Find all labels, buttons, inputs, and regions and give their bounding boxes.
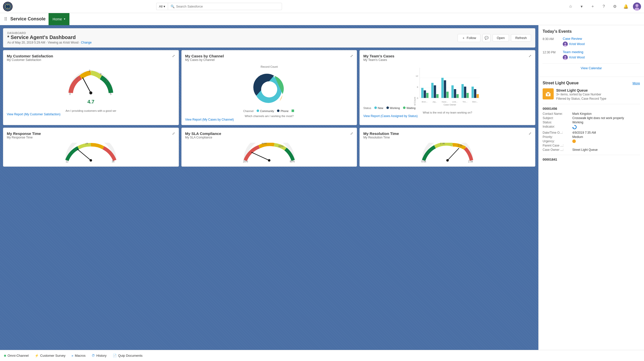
teams-cases-header: My Team's Cases My Team's Cases ⤢ xyxy=(363,54,532,64)
queue-more-link[interactable]: More xyxy=(632,81,640,85)
resolution-time-expand-icon[interactable]: ⤢ xyxy=(529,131,532,135)
quip-icon: 📄 xyxy=(113,354,117,357)
satisfaction-report-link[interactable]: View Report (My Customer Satisfaction) xyxy=(7,113,60,116)
svg-point-68 xyxy=(565,56,566,58)
cases-channel-subtitle: My Cases by Channel xyxy=(185,58,224,62)
svg-text:60%: 60% xyxy=(278,145,284,148)
cases-channel-legend: Channel Community Phone xyxy=(185,110,353,113)
omni-channel-item[interactable]: Omni-Channel xyxy=(4,354,29,357)
home-tab-label: Home xyxy=(53,17,62,21)
macros-icon: » xyxy=(71,354,73,357)
teams-cases-expand-icon[interactable]: ⤢ xyxy=(529,54,532,58)
cases-channel-expand-icon[interactable]: ⤢ xyxy=(350,54,353,58)
svg-rect-30 xyxy=(447,92,449,98)
teams-cases-title: My Team's Cases xyxy=(363,54,394,58)
subject-label: Subject: xyxy=(543,116,570,120)
history-item[interactable]: ⏱ History xyxy=(92,354,106,357)
svg-text:80%: 80% xyxy=(290,160,295,163)
home-tab[interactable]: Home ▾ xyxy=(49,13,69,25)
quip-documents-item[interactable]: 📄 Quip Documents xyxy=(113,354,143,357)
event-title-1[interactable]: Case Review xyxy=(563,37,640,41)
settings-icon[interactable]: ⚙ xyxy=(611,3,619,11)
svg-rect-38 xyxy=(474,89,476,98)
legend-new: New xyxy=(374,106,383,110)
nav-actions: ☆ ▾ ＋ ? ⚙ 🔔 xyxy=(567,3,641,11)
queue-section: Street Light Queue More Street Light Que… xyxy=(539,77,644,350)
svg-text:Case Owner: Case Owner xyxy=(444,103,456,105)
legend-label: Channel xyxy=(243,110,254,113)
dashboard-info: DASHBOARD * Service Agent's Dashboard As… xyxy=(7,31,92,44)
event-person-name-1[interactable]: Kristi Wood xyxy=(569,42,585,46)
priority-value-1: Medium xyxy=(572,135,640,139)
teams-cases-report-link[interactable]: View Report (Cases Assigned by Status) xyxy=(363,114,418,118)
svg-rect-71 xyxy=(547,92,550,93)
search-input[interactable] xyxy=(176,5,279,8)
favorites-dropdown-icon[interactable]: ▾ xyxy=(578,3,586,11)
event-item-1: 8:30 AM Case Review Kristi Wood xyxy=(543,37,640,47)
status-value-1: Working xyxy=(572,121,640,124)
svg-rect-35 xyxy=(464,87,466,98)
follow-button[interactable]: ＋ Follow xyxy=(458,34,480,42)
subject-value-1: Crosswalk light does not work properly xyxy=(572,116,640,120)
search-box[interactable]: 🔍 xyxy=(168,3,282,10)
events-section: Today's Events 8:30 AM Case Review xyxy=(539,25,644,77)
omni-channel-status-dot xyxy=(4,355,6,357)
queue-desc2: Filtered by Status, Case Record Type xyxy=(556,97,606,101)
dashboard-actions: ＋ Follow 💬 Open Refresh xyxy=(458,34,531,42)
user-avatar[interactable] xyxy=(633,3,641,11)
event-title-2[interactable]: Team meeting xyxy=(563,50,640,54)
queue-title: Street Light Queue xyxy=(543,81,579,85)
case-number-1[interactable]: 00001456 xyxy=(543,107,640,111)
sla-subtitle: My SLA Compliance xyxy=(185,136,221,139)
comment-icon-button[interactable]: 💬 xyxy=(482,34,491,42)
svg-rect-31 xyxy=(452,85,454,98)
add-icon[interactable]: ＋ xyxy=(589,3,597,11)
waiting-label: Waiting xyxy=(407,106,416,110)
case-priority-field: Priority: Medium xyxy=(543,135,640,139)
teams-cases-description: What is the rest of my team working on? xyxy=(363,111,532,114)
refresh-button[interactable]: Refresh xyxy=(511,34,531,42)
contact-value-1: Mark Kingston xyxy=(572,112,640,116)
help-icon[interactable]: ? xyxy=(600,3,608,11)
notifications-icon[interactable]: 🔔 xyxy=(622,3,630,11)
app-grid-icon[interactable]: ⠿ xyxy=(4,16,7,22)
cases-channel-chart: Record Count xyxy=(185,65,353,110)
resolution-gauge-svg: 0.6k 1.3k 1.9k 2.5k xyxy=(420,143,475,163)
dashboard-change-link[interactable]: Change xyxy=(81,41,92,44)
cases-channel-description: Which channels am I working the most? xyxy=(185,115,353,118)
resolution-time-title: My Resolution Time xyxy=(363,131,399,136)
response-time-expand-icon[interactable]: ⤢ xyxy=(172,131,175,135)
history-label: History xyxy=(96,354,106,357)
case-item-2: 00001841 xyxy=(543,155,640,165)
svg-rect-28 xyxy=(441,78,444,98)
satisfaction-expand-icon[interactable]: ⤢ xyxy=(172,54,175,58)
event-person-name-2[interactable]: Kristi Wood xyxy=(569,56,585,59)
case-number-2[interactable]: 00001841 xyxy=(543,158,640,161)
satisfaction-title: My Customer Satisfaction xyxy=(7,54,53,58)
view-calendar-link[interactable]: View Calendar xyxy=(543,63,640,73)
svg-text:12: 12 xyxy=(66,160,69,163)
macros-item[interactable]: » Macros xyxy=(71,354,86,357)
search-scope-selector[interactable]: All ▾ xyxy=(156,3,168,10)
svg-text:Bren...: Bren... xyxy=(422,101,428,103)
svg-text:20%: 20% xyxy=(243,160,248,163)
case-datetime-field: Date/Time O...: 4/9/2019 7:35 AM xyxy=(543,131,640,134)
sla-title: My SLA Compliance xyxy=(185,131,221,136)
svg-point-72 xyxy=(547,94,549,95)
event-avatar-2 xyxy=(563,55,568,60)
svg-point-3 xyxy=(635,4,638,7)
urgency-dot xyxy=(572,139,576,143)
open-button[interactable]: Open xyxy=(493,34,509,42)
cases-channel-report-link[interactable]: View Report (My Cases by Channel) xyxy=(185,118,234,121)
owner-value-1: Street Light Queue xyxy=(572,148,640,152)
case-parent-field: Parent Case ...: xyxy=(543,144,640,147)
search-scope-label: All xyxy=(159,5,163,8)
main-layout: DASHBOARD * Service Agent's Dashboard As… xyxy=(0,25,644,350)
svg-text:2: 2 xyxy=(89,69,90,72)
sla-expand-icon[interactable]: ⤢ xyxy=(350,131,353,135)
customer-survey-item[interactable]: ⚡ Customer Survey xyxy=(35,354,65,357)
follow-label: Follow xyxy=(467,36,476,40)
svg-text:24: 24 xyxy=(85,143,88,145)
svg-rect-37 xyxy=(472,87,474,98)
favorites-icon[interactable]: ☆ xyxy=(567,3,575,11)
